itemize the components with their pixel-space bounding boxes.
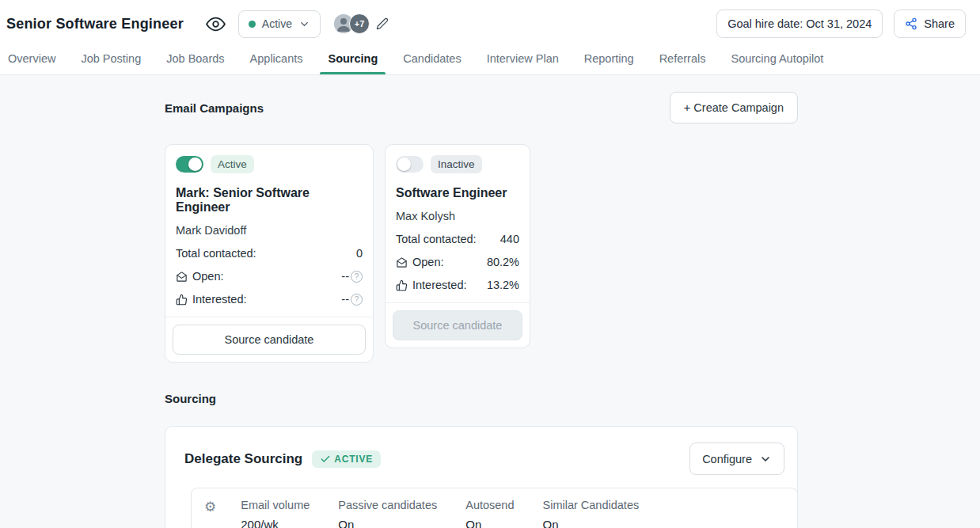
setting-label: Autosend [465, 499, 514, 511]
campaign-toggle[interactable] [176, 156, 203, 173]
interested-rate-label: Interested: [412, 279, 467, 291]
page-title: Senior Software Engineer [6, 16, 184, 32]
setting-email-volume: Email volume 200/wk [241, 499, 310, 528]
active-badge: ACTIVE [312, 450, 381, 468]
delegate-sourcing-header: Delegate Sourcing ACTIVE Configure [178, 443, 784, 475]
tab-applicants[interactable]: Applicants [250, 52, 303, 74]
campaign-owner: Mark Davidoff [176, 224, 363, 237]
tab-job-boards[interactable]: Job Boards [166, 52, 224, 74]
mail-open-icon [176, 271, 188, 283]
tab-sourcing[interactable]: Sourcing [328, 52, 378, 74]
share-button[interactable]: Share [894, 9, 966, 38]
total-contacted-value: 440 [500, 233, 519, 245]
job-status-label: Active [262, 17, 292, 30]
open-rate-row: Open: 80.2% [396, 256, 519, 268]
open-rate-value: 80.2% [487, 256, 519, 268]
status-badge: Active [211, 155, 254, 173]
delegate-sourcing-title: Delegate Sourcing [184, 451, 302, 467]
sourcing-settings-box: ⚙ Email volume 200/wk Passive candidates… [191, 488, 798, 528]
total-contacted-label: Total contacted: [396, 233, 477, 245]
tab-sourcing-autopilot[interactable]: Sourcing Autopilot [731, 52, 823, 74]
interested-rate-value: 13.2% [487, 279, 519, 291]
campaign-card: Active Mark: Senior Software Engineer Ma… [165, 144, 374, 363]
open-rate-label: Open: [412, 256, 444, 268]
source-candidate-button[interactable]: Source candidate [393, 310, 522, 340]
create-campaign-button[interactable]: + Create Campaign [670, 92, 798, 123]
campaign-card-footer: Source candidate [165, 317, 373, 362]
total-contacted-row: Total contacted: 440 [396, 233, 519, 245]
campaign-card-footer: Source candidate [386, 303, 530, 348]
help-icon[interactable]: ? [351, 271, 363, 283]
campaign-card-body: Active Mark: Senior Software Engineer Ma… [165, 145, 373, 317]
campaign-owner: Max Kolysh [396, 210, 519, 222]
setting-value: On [465, 518, 514, 528]
source-candidate-button[interactable]: Source candidate [173, 325, 366, 355]
total-contacted-row: Total contacted: 0 [176, 247, 363, 260]
delegate-sourcing-card: Delegate Sourcing ACTIVE Configure ⚙ [165, 426, 798, 528]
preview-eye-button[interactable] [206, 14, 226, 34]
share-icon [905, 17, 917, 30]
total-contacted-label: Total contacted: [176, 247, 256, 260]
open-rate-value: -- [341, 270, 349, 283]
goal-hire-date-button[interactable]: Goal hire date: Oct 31, 2024 [716, 9, 883, 38]
email-campaigns-heading: Email Campaigns [165, 101, 264, 115]
tab-overview[interactable]: Overview [8, 52, 55, 74]
toggle-knob [188, 158, 202, 171]
collaborator-avatars[interactable]: +7 [333, 13, 370, 34]
main-content: Email Campaigns + Create Campaign Active… [165, 92, 798, 528]
setting-autosend: Autosend On [465, 499, 514, 528]
chevron-down-icon [759, 453, 772, 465]
job-status-dropdown[interactable]: Active [238, 10, 321, 38]
sourcing-settings-columns: Email volume 200/wk Passive candidates O… [241, 499, 639, 528]
status-dot-icon [249, 21, 256, 28]
total-contacted-value: 0 [356, 247, 363, 260]
email-campaigns-header-row: Email Campaigns + Create Campaign [165, 92, 798, 123]
setting-value: On [543, 518, 640, 528]
tab-job-posting[interactable]: Job Posting [81, 52, 141, 74]
thumbs-up-icon [396, 279, 408, 291]
campaign-status-row: Inactive [396, 155, 519, 173]
thumbs-up-icon [176, 294, 188, 306]
interested-rate-value: -- [341, 293, 349, 306]
tab-candidates[interactable]: Candidates [403, 52, 461, 74]
campaign-toggle[interactable] [396, 156, 424, 173]
campaign-status-row: Active [176, 155, 363, 173]
interested-rate-label: Interested: [192, 293, 247, 306]
campaign-card-body: Inactive Software Engineer Max Kolysh To… [386, 145, 530, 302]
active-badge-label: ACTIVE [334, 454, 373, 465]
eye-icon [206, 14, 226, 34]
chevron-down-icon [298, 18, 310, 30]
page-header: Senior Software Engineer Active +7 Goal … [0, 0, 980, 47]
setting-similar-candidates: Similar Candidates On [543, 499, 640, 528]
setting-value: 200/wk [241, 518, 310, 528]
sourcing-heading: Sourcing [165, 392, 798, 405]
tab-referrals[interactable]: Referrals [659, 52, 706, 74]
open-rate-row: Open: -- ? [176, 270, 363, 283]
campaign-title: Software Engineer [396, 186, 519, 200]
mail-open-icon [396, 256, 408, 268]
pencil-icon [376, 17, 389, 30]
help-icon[interactable]: ? [351, 294, 363, 306]
campaign-title: Mark: Senior Software Engineer [176, 186, 363, 215]
gear-icon[interactable]: ⚙ [204, 500, 216, 515]
campaign-cards-row: Active Mark: Senior Software Engineer Ma… [165, 144, 798, 363]
tab-reporting[interactable]: Reporting [584, 52, 634, 74]
job-tabs: Overview Job Posting Job Boards Applican… [0, 47, 980, 75]
setting-passive-candidates: Passive candidates On [338, 499, 437, 528]
interested-rate-row: Interested: -- ? [176, 293, 363, 306]
avatar-overflow-badge: +7 [349, 13, 370, 34]
share-label: Share [924, 17, 955, 30]
setting-label: Passive candidates [338, 499, 437, 511]
campaign-card: Inactive Software Engineer Max Kolysh To… [385, 144, 530, 348]
edit-collaborators-button[interactable] [376, 17, 389, 30]
tab-interview-plan[interactable]: Interview Plan [487, 52, 559, 74]
configure-button[interactable]: Configure [689, 443, 784, 475]
status-badge: Inactive [431, 155, 482, 173]
configure-label: Configure [702, 453, 752, 465]
setting-label: Email volume [241, 499, 310, 511]
toggle-knob [397, 158, 411, 171]
check-icon [320, 454, 331, 465]
setting-label: Similar Candidates [543, 499, 640, 511]
setting-value: On [338, 518, 437, 528]
open-rate-label: Open: [192, 270, 224, 283]
